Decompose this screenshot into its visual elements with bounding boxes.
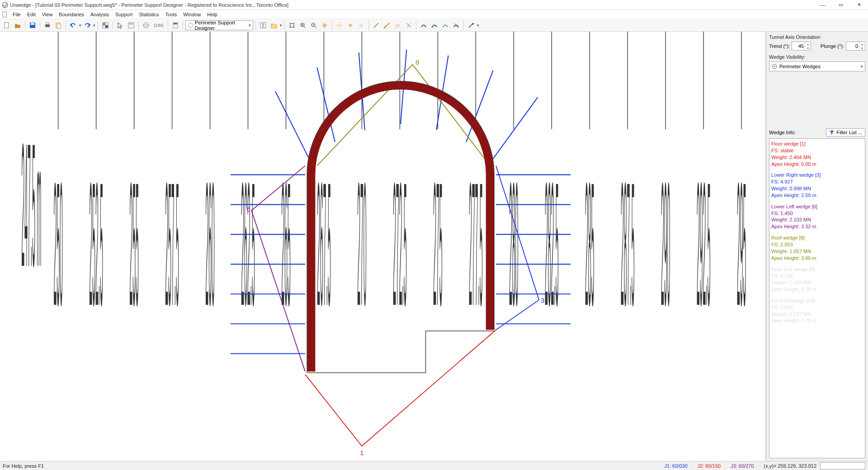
zoom-out-button[interactable] (309, 20, 319, 30)
svg-rect-8 (57, 24, 61, 28)
stereonet-button[interactable] (141, 20, 151, 30)
visibility-combo[interactable]: Perimeter Wedges ▾ (769, 61, 865, 71)
workspace: 297.5300302.5305307.5310312.5315317.5320… (0, 32, 868, 461)
maximize-button[interactable]: ▭ (832, 0, 850, 10)
wedge-info-block[interactable]: Lower Right wedge [3]FS: 4.927Weight: 0.… (771, 172, 863, 198)
canvas[interactable]: 297.5300302.5305307.5310312.5315317.5320… (0, 32, 766, 461)
view-mode-combo[interactable]: Perimeter Support Designer ▾ (185, 20, 253, 30)
light2-button[interactable] (345, 20, 355, 30)
display-options-button[interactable] (269, 20, 279, 30)
menu-edit[interactable]: Edit (24, 11, 38, 18)
shotcrete1-tool[interactable] (419, 20, 429, 30)
new-button[interactable] (2, 20, 12, 30)
zoom-in-button[interactable] (298, 20, 308, 30)
svg-rect-6 (46, 23, 49, 24)
arrow-tool[interactable] (466, 20, 476, 30)
menu-support[interactable]: Support (113, 11, 136, 18)
menu-analysis[interactable]: Analysis (88, 11, 112, 18)
save-button[interactable] (28, 20, 38, 30)
right-panel: Tunnel Axis Orientation Trend (°): ▲▼ Pl… (766, 32, 868, 461)
pan-button[interactable] (320, 20, 330, 30)
bolt-pattern-tool[interactable] (393, 20, 403, 30)
layout-button[interactable] (258, 20, 268, 30)
wedge-label-1: 1 (360, 449, 363, 456)
redo-button[interactable] (82, 20, 92, 30)
svg-rect-2 (5, 23, 9, 28)
svg-point-36 (349, 24, 352, 27)
status-j2: J2: 60/150 (698, 463, 721, 469)
menu-help[interactable]: Help (204, 11, 220, 18)
jform-button[interactable]: (134) (152, 20, 165, 30)
print-button[interactable] (42, 20, 52, 30)
view-mode-label: Perimeter Support Designer (195, 20, 247, 31)
shotcrete4-tool[interactable] (451, 20, 461, 30)
input-data-button[interactable] (126, 20, 136, 30)
trend-up[interactable]: ▲ (805, 42, 811, 46)
wedge-info-block[interactable]: Lower Left wedge [6]FS: 1.450Weight: 2.1… (771, 203, 863, 230)
status-command-input[interactable] (820, 462, 865, 470)
wedge-label-8: 8 (415, 59, 419, 66)
trend-label: Trend (°): (769, 43, 790, 49)
shotcrete2-tool[interactable] (429, 20, 439, 30)
bolt-tool[interactable] (371, 20, 381, 30)
svg-line-42 (397, 24, 400, 28)
menu-statistics[interactable]: Statistics (137, 11, 162, 18)
minimize-button[interactable]: — (814, 0, 832, 10)
svg-point-134 (774, 66, 775, 67)
close-button[interactable]: ✕ (850, 0, 868, 10)
menu-view[interactable]: View (39, 11, 56, 18)
status-j3: J3: 60/270 (731, 463, 754, 469)
svg-point-17 (143, 24, 149, 26)
light3-button[interactable] (356, 20, 366, 30)
status-j1: J1: 60/030 (664, 463, 687, 469)
svg-line-25 (304, 26, 306, 28)
status-coords: (x,y)= 259.129, 323.012 (764, 463, 817, 469)
open-button[interactable] (13, 20, 23, 30)
wedge-list[interactable]: Floor wedge [1]FS: stableWeight: 2.404 M… (769, 138, 865, 458)
svg-line-126 (275, 91, 311, 163)
svg-rect-13 (105, 25, 108, 28)
chevron-down-icon: ▾ (861, 64, 863, 69)
zoom-extents-button[interactable] (287, 20, 297, 30)
drawing: 8 6 3 1 (0, 32, 765, 461)
svg-rect-14 (128, 23, 134, 28)
bolts (231, 50, 571, 354)
plunge-spinner[interactable]: ▲▼ (846, 42, 865, 51)
undo-button[interactable] (68, 20, 78, 30)
status-help: For Help, press F1 (3, 463, 664, 469)
wedge-info-block[interactable]: Floor wedge [1]FS: stableWeight: 2.404 M… (771, 141, 863, 167)
svg-rect-23 (290, 24, 294, 27)
filter-list-button[interactable]: Filter List ... (826, 128, 865, 136)
wedge-info-block[interactable]: Far End wedge [10]FS: 0.635Weight: 1.187… (771, 297, 863, 324)
svg-line-41 (395, 24, 398, 27)
calculator-button[interactable] (170, 20, 180, 30)
tunnel-shotcrete (311, 85, 490, 371)
trend-input[interactable] (792, 43, 805, 49)
plunge-up[interactable]: ▲ (859, 42, 865, 46)
menu-boundaries[interactable]: Boundaries (56, 11, 87, 18)
svg-line-38 (374, 23, 378, 28)
chevron-down-icon: ▾ (249, 23, 251, 28)
menu-tools[interactable]: Tools (163, 11, 180, 18)
tunnel-outline (307, 81, 494, 373)
menu-file[interactable]: File (10, 11, 24, 18)
svg-rect-15 (129, 24, 133, 24)
trend-down[interactable]: ▼ (805, 46, 811, 50)
edit-bolt-tool[interactable] (382, 20, 392, 30)
plunge-down[interactable]: ▼ (859, 46, 865, 50)
delete-bolt-tool[interactable] (404, 20, 414, 30)
trend-spinner[interactable]: ▲▼ (792, 42, 811, 51)
copy-button[interactable] (53, 20, 63, 30)
wedge-info-block[interactable]: Near End wedge [9]FS: 0.752Weight: 1.187… (771, 266, 863, 293)
plunge-input[interactable] (846, 43, 859, 49)
menu-window[interactable]: Window (180, 11, 203, 18)
doc-icon (2, 11, 8, 18)
svg-line-39 (385, 23, 389, 28)
status-bar: For Help, press F1 J1: 60/030 J2: 60/150… (0, 461, 868, 470)
light1-button[interactable] (335, 20, 344, 30)
wedge-info-block[interactable]: Roof wedge [8]FS: 2.053Weight: 1.057 MNA… (771, 235, 863, 261)
shotcrete3-tool[interactable] (440, 20, 450, 30)
cursor-tool[interactable] (115, 20, 125, 30)
grid-button[interactable] (100, 20, 110, 30)
svg-point-45 (432, 26, 433, 28)
